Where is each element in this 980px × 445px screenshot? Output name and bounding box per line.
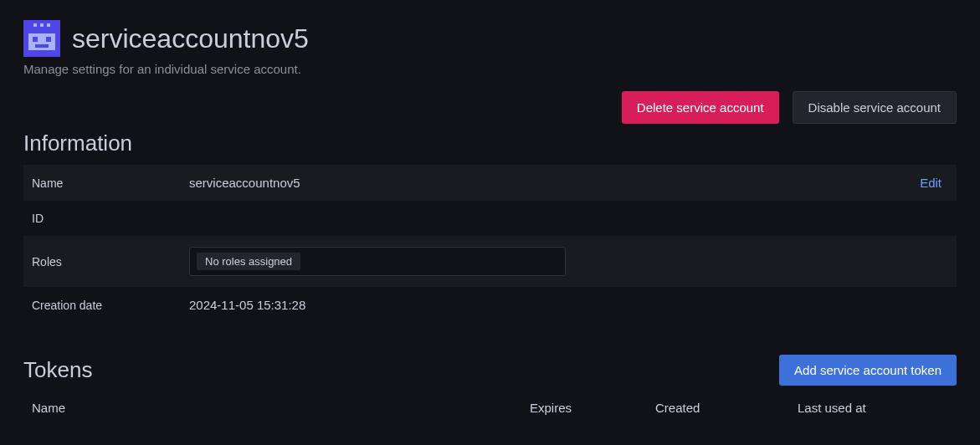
roles-select[interactable]: No roles assigned bbox=[189, 247, 566, 276]
info-row-id: ID bbox=[23, 201, 957, 236]
creation-date-value: 2024-11-05 15:31:28 bbox=[189, 298, 948, 312]
tokens-col-lastused: Last used at bbox=[798, 401, 948, 415]
id-label: ID bbox=[32, 212, 189, 225]
tokens-col-expires: Expires bbox=[530, 401, 655, 415]
tokens-col-created: Created bbox=[655, 401, 798, 415]
page-subtitle: Manage settings for an individual servic… bbox=[23, 62, 957, 76]
info-row-roles: Roles No roles assigned bbox=[23, 236, 957, 287]
delete-service-account-button[interactable]: Delete service account bbox=[622, 91, 779, 124]
tokens-section-title: Tokens bbox=[23, 357, 92, 383]
creation-date-label: Creation date bbox=[32, 299, 189, 312]
tokens-table-header: Name Expires Created Last used at bbox=[23, 397, 957, 415]
add-service-account-token-button[interactable]: Add service account token bbox=[779, 355, 957, 386]
info-row-name: Name serviceaccountnov5 Edit bbox=[23, 165, 957, 201]
name-value: serviceaccountnov5 bbox=[189, 176, 920, 190]
edit-name-link[interactable]: Edit bbox=[920, 176, 948, 190]
info-row-creation: Creation date 2024-11-05 15:31:28 bbox=[23, 287, 957, 323]
tokens-col-name: Name bbox=[32, 401, 530, 415]
name-label: Name bbox=[32, 176, 189, 190]
roles-placeholder-badge: No roles assigned bbox=[197, 253, 300, 270]
roles-label: Roles bbox=[32, 255, 189, 269]
page-title: serviceaccountnov5 bbox=[72, 23, 309, 54]
disable-service-account-button[interactable]: Disable service account bbox=[793, 91, 957, 124]
service-account-avatar bbox=[23, 20, 60, 57]
information-table: Name serviceaccountnov5 Edit ID Roles No… bbox=[23, 165, 957, 323]
information-section-title: Information bbox=[23, 130, 957, 156]
